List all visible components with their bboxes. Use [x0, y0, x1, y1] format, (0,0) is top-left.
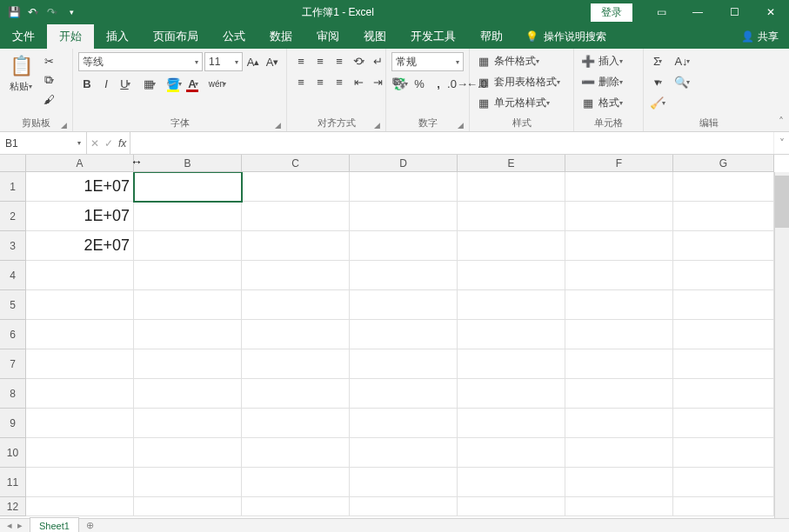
copy-icon[interactable]: ⧉▾ — [40, 71, 57, 89]
cell[interactable] — [673, 409, 774, 438]
align-top-icon[interactable]: ≡ — [292, 52, 310, 70]
cell[interactable] — [26, 468, 134, 497]
cell[interactable] — [134, 231, 242, 261]
align-left-icon[interactable]: ≡ — [292, 73, 310, 90]
increase-decimal-icon[interactable]: .0→ — [449, 75, 466, 92]
cell[interactable] — [134, 497, 242, 516]
name-box[interactable]: B1 ▾ — [0, 132, 87, 154]
delete-cells-button[interactable]: ➖删除▾ — [579, 73, 623, 90]
cell[interactable] — [242, 468, 350, 497]
decrease-font-icon[interactable]: A▾ — [264, 53, 281, 70]
row-header[interactable]: 11 — [0, 468, 26, 497]
cell[interactable] — [134, 349, 242, 379]
cell[interactable] — [134, 409, 242, 438]
comma-icon[interactable]: , — [430, 75, 447, 92]
cell[interactable] — [458, 320, 565, 349]
cell[interactable] — [458, 202, 565, 231]
fx-icon[interactable]: fx — [118, 137, 126, 150]
minimize-icon[interactable]: — — [679, 0, 716, 24]
redo-icon[interactable]: ↷▾ — [45, 5, 59, 19]
cell[interactable] — [565, 172, 673, 202]
insert-cells-button[interactable]: ➕插入▾ — [579, 52, 623, 70]
cell[interactable] — [134, 202, 242, 231]
column-header[interactable]: D — [350, 155, 458, 172]
cell[interactable] — [458, 497, 565, 516]
border-icon[interactable]: ▦▾ — [141, 75, 158, 92]
cell[interactable] — [242, 379, 350, 409]
cell[interactable] — [242, 409, 350, 438]
cell[interactable] — [458, 379, 565, 409]
row-header[interactable]: 7 — [0, 349, 26, 379]
tab-page-layout[interactable]: 页面布局 — [141, 24, 211, 49]
font-launcher-icon[interactable]: ◢ — [275, 121, 281, 130]
font-size-combo[interactable]: 11▾ — [204, 52, 243, 71]
format-cells-button[interactable]: ▦格式▾ — [579, 94, 623, 111]
phonetic-icon[interactable]: wén▾ — [209, 75, 226, 92]
font-color-icon[interactable]: A▾ — [184, 75, 202, 92]
wrap-text-icon[interactable]: ↵ — [369, 52, 386, 70]
find-icon[interactable]: 🔍▾ — [673, 73, 691, 90]
cell[interactable] — [565, 202, 673, 231]
column-header[interactable]: A — [26, 155, 134, 172]
sheet-nav-prev-icon[interactable]: ◂ — [7, 520, 12, 531]
cell[interactable] — [134, 468, 242, 497]
cell[interactable] — [350, 202, 458, 231]
cell[interactable] — [458, 290, 565, 320]
cell[interactable] — [458, 261, 565, 290]
maximize-icon[interactable]: ☐ — [716, 0, 752, 24]
tab-insert[interactable]: 插入 — [94, 24, 141, 49]
cell[interactable] — [458, 349, 565, 379]
cell[interactable] — [350, 290, 458, 320]
cell[interactable] — [565, 290, 673, 320]
close-icon[interactable]: ✕ — [752, 0, 789, 24]
cell[interactable] — [242, 172, 350, 202]
cell[interactable] — [565, 497, 673, 516]
number-launcher-icon[interactable]: ◢ — [458, 121, 464, 130]
row-header[interactable]: 6 — [0, 320, 26, 349]
cell[interactable] — [673, 379, 774, 409]
tell-me[interactable]: 💡 操作说明搜索 — [515, 24, 617, 49]
decrease-indent-icon[interactable]: ⇤ — [350, 73, 367, 90]
collapse-ribbon-icon[interactable]: ˄ — [779, 116, 784, 128]
format-as-table-button[interactable]: ▦套用表格格式▾ — [475, 73, 560, 90]
cancel-formula-icon[interactable]: ✕ — [90, 137, 99, 150]
cell[interactable] — [458, 409, 565, 438]
cell[interactable] — [673, 202, 774, 231]
row-header[interactable]: 10 — [0, 438, 26, 468]
cell[interactable] — [565, 468, 673, 497]
cell[interactable] — [350, 172, 458, 202]
autosum-icon[interactable]: Σ▾ — [649, 52, 666, 70]
cell[interactable]: 1E+07 — [26, 172, 134, 202]
cell[interactable] — [458, 172, 565, 202]
cell[interactable] — [565, 438, 673, 468]
tab-file[interactable]: 文件 — [0, 24, 47, 49]
share-button[interactable]: 👤 共享 — [731, 24, 789, 49]
cell[interactable] — [350, 379, 458, 409]
cell[interactable] — [565, 320, 673, 349]
cell[interactable] — [242, 231, 350, 261]
row-header[interactable]: 12 — [0, 497, 26, 516]
cell[interactable] — [565, 379, 673, 409]
fill-color-icon[interactable]: 🪣▾ — [165, 75, 183, 92]
align-middle-icon[interactable]: ≡ — [311, 52, 329, 70]
cell[interactable] — [242, 320, 350, 349]
expand-formula-icon[interactable]: ˅ — [773, 132, 789, 154]
tab-help[interactable]: 帮助 — [468, 24, 515, 49]
tab-developer[interactable]: 开发工具 — [398, 24, 468, 49]
sheet-nav-next-icon[interactable]: ▸ — [17, 520, 23, 531]
cell[interactable] — [134, 172, 242, 202]
increase-font-icon[interactable]: A▴ — [244, 53, 262, 70]
percent-icon[interactable]: % — [411, 75, 428, 92]
underline-icon[interactable]: U▾ — [117, 75, 134, 92]
cell[interactable] — [134, 438, 242, 468]
cell[interactable] — [673, 261, 774, 290]
cell[interactable] — [26, 379, 134, 409]
italic-icon[interactable]: I — [97, 75, 115, 92]
cell[interactable] — [242, 349, 350, 379]
row-header[interactable]: 3 — [0, 231, 26, 261]
formula-input[interactable] — [130, 132, 773, 154]
column-header[interactable]: E — [458, 155, 565, 172]
tab-data[interactable]: 数据 — [257, 24, 304, 49]
cell[interactable]: 2E+07 — [26, 231, 134, 261]
fill-icon[interactable]: ▾▾ — [649, 73, 666, 90]
